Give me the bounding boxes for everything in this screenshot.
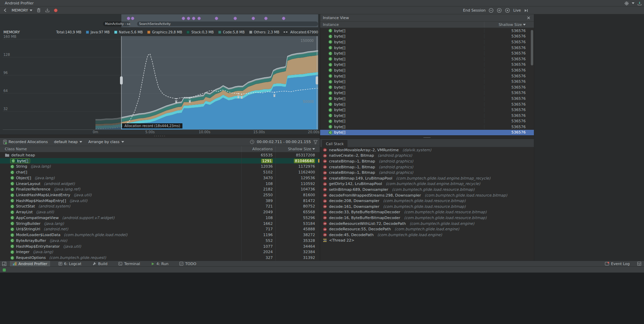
call-stack-frame[interactable]: mcreateBitmap:-1, Bitmap(android.graphic… — [320, 158, 534, 164]
activity-event-dot[interactable] — [192, 17, 195, 20]
export-icon[interactable] — [45, 8, 50, 13]
trash-icon[interactable] — [36, 8, 41, 13]
instance-row[interactable]: Cbyte[]536576 — [320, 67, 534, 73]
arrange-dropdown[interactable]: Arrange by class — [88, 140, 124, 144]
activity-event-dot[interactable] — [182, 17, 185, 20]
toolwindow-tab-4-run[interactable]: 4: Run — [148, 261, 171, 267]
allocation-row-structstat[interactable]: CStructStat(android.system)72180752 — [0, 204, 320, 210]
layout-grid-icon[interactable] — [637, 262, 641, 266]
instance-row[interactable]: Cbyte[]536576 — [320, 130, 534, 136]
column-instance[interactable]: Instance — [320, 22, 484, 27]
horizontal-splitter[interactable]: ······ — [0, 135, 320, 138]
event-log-button[interactable]: Event Log — [602, 261, 632, 267]
reset-zoom-icon[interactable] — [505, 8, 510, 13]
zoom-in-icon[interactable] — [497, 8, 502, 13]
call-stack-frame[interactable]: mcreateBitmap:-1, Bitmap(android.graphic… — [320, 170, 534, 175]
memory-timeline-panel[interactable]: MainActivity - save... SearchSeriesActiv… — [0, 14, 320, 135]
heap-dropdown[interactable]: default heap — [54, 140, 82, 144]
zoom-out-icon[interactable] — [489, 8, 494, 13]
allocation-row-char-[interactable]: Cchar[]51021162400 — [0, 169, 320, 175]
allocation-row-arraylist[interactable]: CArrayList(java.util)204965568 — [0, 209, 320, 215]
call-stack-frame[interactable]: mdecode:161, Downsampler(com.bumptech.gl… — [320, 204, 534, 210]
allocation-row-hashmap-entryiterator[interactable]: CHashMap$EntryIterator(java.util)1077344… — [0, 244, 320, 249]
instance-row[interactable]: Cbyte[]536576 — [320, 102, 534, 107]
allocation-row-linearlayout[interactable]: CLinearLayout(android.widget)108110592 — [0, 181, 320, 187]
call-stack-frame[interactable]: mgetDirty:142, LruBitmapPool(com.bumptec… — [320, 181, 534, 187]
call-stack-frame[interactable]: <Thread 22> — [320, 238, 534, 244]
column-class-name[interactable]: Class Name — [0, 147, 241, 151]
allocation-row-finalizerreference[interactable]: CFinalizerReference(java.lang.ref)218210… — [0, 186, 320, 192]
activity-bar-searchseriesactivity[interactable]: SearchSeriesActivity — [137, 21, 318, 26]
call-stack-frame[interactable]: mdecode:16, ByteBufferBitmapDecoder(com.… — [320, 215, 534, 221]
allocation-row-string[interactable]: CString(java.lang)120361172976 — [0, 164, 320, 169]
call-stack-frame[interactable]: mcreateBitmap:149, LruBitmapPool(com.bum… — [320, 175, 534, 181]
activity-event-dot[interactable] — [282, 17, 285, 20]
activity-event-dot[interactable] — [197, 17, 201, 20]
activity-event-dot[interactable] — [252, 17, 255, 20]
activity-event-dot[interactable] — [264, 17, 268, 20]
activity-event-dot[interactable] — [187, 17, 190, 20]
allocation-row-uri-stringuri[interactable]: CUri$StringUri(android.net)71745888 — [0, 227, 320, 232]
instance-row[interactable]: Cbyte[]536576 — [320, 119, 534, 124]
column-allocations[interactable]: Allocations — [241, 146, 275, 152]
instance-row[interactable]: Cbyte[]536576 — [320, 107, 534, 113]
instance-row[interactable]: Cbyte[]536576 — [320, 124, 534, 130]
allocation-row-object-[interactable]: CObject[](java.lang)3470129536 — [0, 175, 320, 181]
toolwindow-tab-terminal[interactable]: Terminal — [116, 261, 143, 267]
instance-row[interactable]: Cbyte[]536576 — [320, 56, 534, 62]
selection-handle-left[interactable] — [120, 76, 123, 84]
instance-row[interactable]: Cbyte[]536576 — [320, 34, 534, 40]
instance-row[interactable]: Cbyte[]536576 — [320, 113, 534, 119]
tab-call-stack[interactable]: Call Stack — [322, 140, 347, 147]
toolwindow-tab-6-logcat[interactable]: 6: Logcat — [56, 261, 84, 267]
toolwindow-switcher-icon[interactable] — [2, 262, 6, 266]
column-shallow-size[interactable]: Shallow Size — [484, 22, 534, 28]
skip-to-end-icon[interactable] — [524, 9, 528, 13]
call-stack-frame[interactable]: mcreateBitmap:-1, Bitmap(android.graphic… — [320, 164, 534, 170]
instance-row[interactable]: Cbyte[]536576 — [320, 96, 534, 102]
close-icon[interactable] — [527, 16, 530, 20]
allocation-row-appcompatimageview[interactable]: CAppCompatImageView(android.support.v7.w… — [0, 215, 320, 221]
instance-row[interactable]: Cbyte[]536576 — [320, 73, 534, 79]
instance-row[interactable]: Cbyte[]536576 — [320, 84, 534, 90]
allocation-row-integer[interactable]: CInteger(java.lang)202432384 — [0, 249, 320, 255]
instance-row[interactable]: Cbyte[]536576 — [320, 28, 534, 34]
end-session-button[interactable]: End Session — [463, 8, 485, 13]
instance-row[interactable]: Cbyte[]536576 — [320, 79, 534, 84]
selection-handle-right[interactable] — [316, 76, 318, 84]
call-stack-frame[interactable]: mnativeCreate:-2, Bitmap(android.graphic… — [320, 153, 534, 159]
allocation-row-stringbuilder[interactable]: CStringBuilder(java.lang)166253184 — [0, 221, 320, 227]
allocation-row-hashmap-hashmapentry-[interactable]: CHashMap$HashMapEntry[](java.util)389814… — [0, 198, 320, 204]
instance-row[interactable]: Cbyte[]536576 — [320, 50, 534, 56]
call-stack-frame[interactable]: msetInBitmap:689, Downsampler(com.bumpte… — [320, 187, 534, 192]
record-button[interactable] — [54, 9, 58, 12]
call-stack-frame[interactable]: mdecode:208, Downsampler(com.bumptech.gl… — [320, 198, 534, 204]
call-stack-frame[interactable]: mdecodeResourceWithList:72, DecodePath(c… — [320, 221, 534, 227]
activity-event-dot[interactable] — [131, 17, 134, 20]
instance-row[interactable]: Cbyte[]536576 — [320, 62, 534, 68]
toolwindow-tab-android-profiler[interactable]: Android Profiler — [10, 261, 50, 267]
profiler-type-dropdown[interactable]: MEMORY — [12, 8, 32, 13]
updates-download-icon[interactable] — [637, 1, 642, 6]
live-button[interactable]: Live — [513, 8, 521, 13]
allocation-row-bytearraybuffer[interactable]: CByteArrayBuffer(java.nio)55235328 — [0, 238, 320, 244]
filter-icon[interactable] — [313, 140, 318, 144]
allocation-row-modelloader-loaddata[interactable]: CModelLoader$LoadData(com.bumptech.glide… — [0, 232, 320, 238]
toolwindow-tab-todo[interactable]: TODO — [177, 261, 199, 267]
toolwindow-tab-build[interactable]: Build — [90, 261, 110, 267]
activity-event-dot[interactable] — [127, 17, 130, 20]
back-icon[interactable] — [3, 8, 8, 13]
activity-event-dot[interactable] — [215, 17, 218, 20]
activity-bar-mainactivity[interactable]: MainActivity - save... — [103, 21, 130, 26]
call-stack-frame[interactable]: mdecodeResource:55, DecodePath(com.bumpt… — [320, 226, 534, 232]
call-stack-frame[interactable]: mdecode:33, ByteBufferBitmapDecoder(com.… — [320, 210, 534, 215]
instance-row[interactable]: Cbyte[]536576 — [320, 39, 534, 45]
allocation-row-requestoptions[interactable]: CRequestOptions(com.bumptech.glide.reque… — [0, 255, 320, 261]
settings-gear-icon[interactable] — [624, 1, 629, 6]
instance-row[interactable]: Cbyte[]536576 — [320, 45, 534, 51]
call-stack-frame[interactable]: mnewNonMovableArray:-2, VMRuntime(dalvik… — [320, 147, 534, 153]
call-stack-frame[interactable]: mdecode:45, DecodePath(com.bumptech.glid… — [320, 232, 534, 238]
chevron-down-icon[interactable] — [632, 2, 634, 4]
allocation-row-byte-[interactable]: Cbyte[]129181046640 — [0, 158, 320, 164]
instance-row[interactable]: Cbyte[]536576 — [320, 90, 534, 96]
